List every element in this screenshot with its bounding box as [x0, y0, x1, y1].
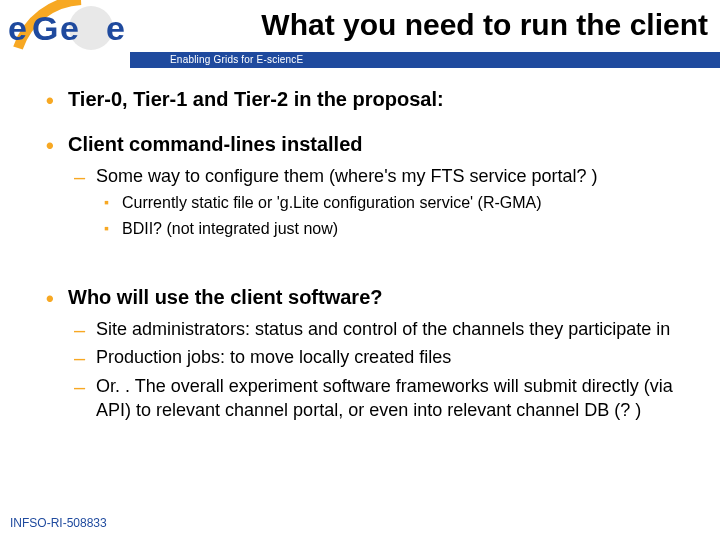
slide-title: What you need to run the client [261, 8, 708, 42]
bullet-text: Or. . The overall experiment software fr… [96, 376, 673, 420]
svg-text:e: e [60, 9, 79, 47]
bullet-text: Currently static file or 'g.Lite configu… [122, 194, 542, 211]
svg-text:G: G [32, 9, 58, 47]
bullet-text: Some way to configure them (where's my F… [96, 166, 598, 186]
bullet-l2: Site administrators: status and control … [68, 317, 680, 341]
bullet-l1: Who will use the client software? Site a… [40, 284, 680, 422]
bullet-l1: Tier-0, Tier-1 and Tier-2 in the proposa… [40, 86, 680, 113]
bullet-l1: Client command-lines installed Some way … [40, 131, 680, 240]
bullet-l2: Some way to configure them (where's my F… [68, 164, 680, 240]
egee-logo: e G e e [6, 0, 156, 56]
slide-header: e G e e What you need to run the client … [0, 0, 720, 68]
slide-subtitle: Enabling Grids for E-sciencE [170, 54, 303, 65]
bullet-text: Production jobs: to move locally created… [96, 347, 451, 367]
slide-content: Tier-0, Tier-1 and Tier-2 in the proposa… [0, 68, 720, 540]
bullet-l2: Or. . The overall experiment software fr… [68, 374, 680, 423]
svg-text:e: e [8, 9, 27, 47]
bullet-text: BDII? (not integrated just now) [122, 220, 338, 237]
bullet-text: Site administrators: status and control … [96, 319, 670, 339]
bullet-l3: BDII? (not integrated just now) [96, 218, 680, 240]
spacer [40, 258, 680, 284]
svg-text:e: e [106, 9, 125, 47]
slide: e G e e What you need to run the client … [0, 0, 720, 540]
bullet-text: Tier-0, Tier-1 and Tier-2 in the proposa… [68, 88, 444, 110]
bullet-l2: Production jobs: to move locally created… [68, 345, 680, 369]
bullet-text: Who will use the client software? [68, 286, 382, 308]
bullet-l3: Currently static file or 'g.Lite configu… [96, 192, 680, 214]
footer-ref: INFSO-RI-508833 [10, 516, 107, 530]
bullet-text: Client command-lines installed [68, 133, 363, 155]
